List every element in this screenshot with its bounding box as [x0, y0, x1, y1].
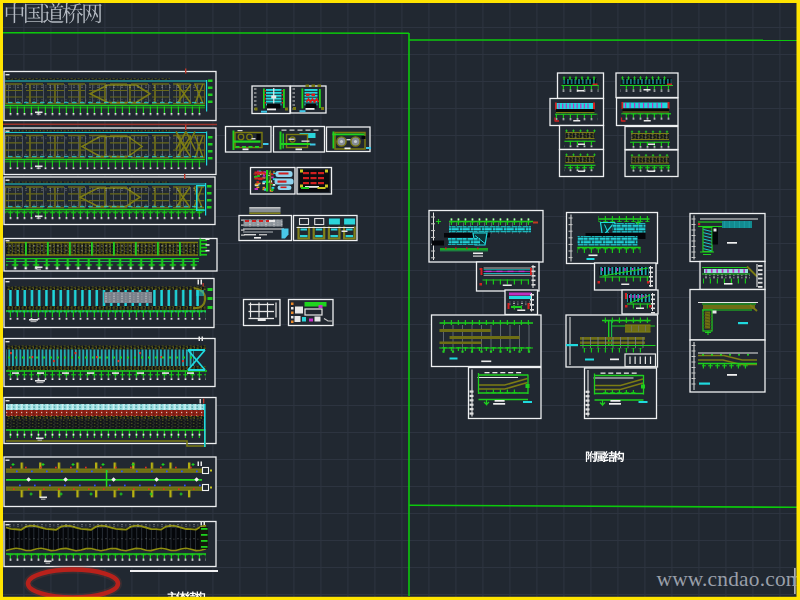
svg-text:www.cndao.com: www.cndao.com — [657, 567, 800, 591]
